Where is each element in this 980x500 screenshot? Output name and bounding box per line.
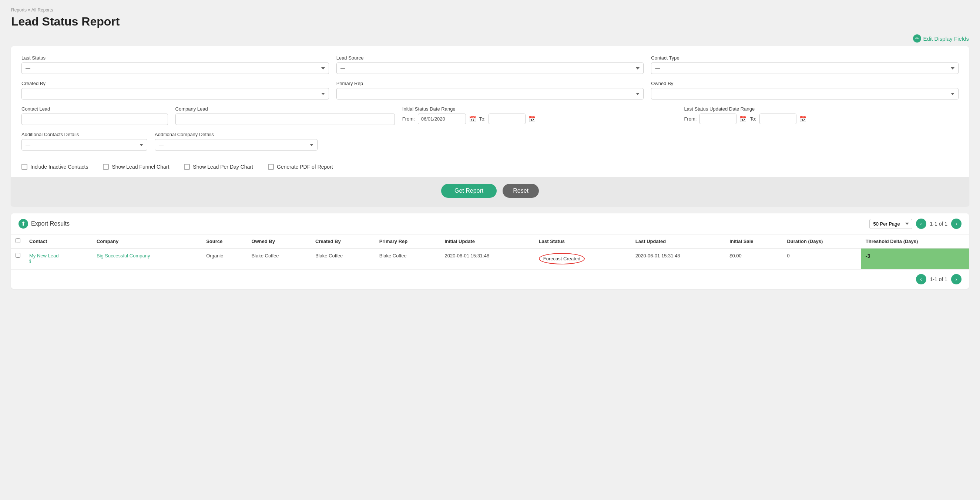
- owned-by-cell: Blake Coffee: [247, 248, 311, 269]
- created-by-header: Created By: [311, 235, 375, 248]
- prev-page-button[interactable]: ‹: [916, 219, 926, 229]
- reset-button[interactable]: Reset: [503, 184, 539, 198]
- table-body: My New Lead ℹ Big Successful Company Org…: [11, 248, 969, 269]
- initial-update-header: Initial Update: [440, 235, 534, 248]
- primary-rep-select[interactable]: —: [336, 88, 644, 100]
- primary-rep-group: Primary Rep —: [336, 81, 644, 100]
- contact-type-group: Contact Type —: [651, 55, 959, 74]
- lead-source-group: Lead Source —: [336, 55, 644, 74]
- company-header: Company: [92, 235, 202, 248]
- primary-rep-header: Primary Rep: [375, 235, 441, 248]
- include-inactive-contacts-checkbox[interactable]: Include Inactive Contacts: [21, 164, 88, 170]
- last-status-group: Last Status —: [21, 55, 329, 74]
- last-status-date-row: From: 📅 To: 📅: [684, 114, 959, 124]
- calendar-icon-2[interactable]: 📅: [528, 115, 536, 122]
- checkbox-box-perday: [184, 164, 190, 170]
- source-header: Source: [202, 235, 247, 248]
- initial-status-from-input[interactable]: [418, 114, 466, 124]
- prev-page-footer-button[interactable]: ‹: [916, 274, 926, 284]
- created-by-select[interactable]: —: [21, 88, 329, 100]
- threshold-delta-cell: -3: [861, 248, 969, 269]
- contact-lead-label: Contact Lead: [21, 106, 168, 112]
- next-page-button[interactable]: ›: [951, 219, 961, 229]
- last-status-from-input[interactable]: [700, 114, 737, 124]
- calendar-icon-1[interactable]: 📅: [469, 115, 476, 122]
- additional-contacts-label: Additional Contacts Details: [21, 132, 147, 137]
- from-label-1: From:: [402, 116, 415, 122]
- last-status-date-label: Last Status Updated Date Range: [684, 106, 959, 112]
- contact-link[interactable]: My New Lead: [29, 253, 88, 259]
- additional-company-label: Additional Company Details: [155, 132, 318, 137]
- edit-display-fields-container: ✏ Edit Display Fields: [11, 34, 969, 43]
- owned-by-group: Owned By —: [651, 81, 959, 100]
- filter-row-1: Last Status — Lead Source — Contact Type…: [21, 55, 959, 74]
- last-updated-header: Last Updated: [631, 235, 725, 248]
- company-lead-group: Company Lead: [175, 106, 395, 125]
- contact-type-select[interactable]: —: [651, 62, 959, 74]
- threshold-delta-header: Threshold Delta (Days): [861, 235, 969, 248]
- select-all-checkbox[interactable]: [16, 238, 21, 243]
- source-cell: Organic: [202, 248, 247, 269]
- to-label-2: To:: [750, 116, 756, 122]
- primary-rep-cell: Blake Coffee: [375, 248, 441, 269]
- pagination-controls: 50 Per Page 25 Per Page 100 Per Page ‹ 1…: [869, 219, 961, 229]
- edit-display-fields-button[interactable]: ✏ Edit Display Fields: [913, 34, 969, 43]
- initial-update-cell: 2020-06-01 15:31:48: [440, 248, 534, 269]
- export-icon: ⬆: [19, 219, 28, 229]
- contact-info-icon[interactable]: ℹ: [29, 259, 31, 264]
- owned-by-label: Owned By: [651, 81, 959, 86]
- initial-status-to-input[interactable]: [488, 114, 525, 124]
- results-footer: ‹ 1-1 of 1 ›: [11, 269, 969, 289]
- created-by-group: Created By —: [21, 81, 329, 100]
- edit-icon: ✏: [913, 34, 921, 43]
- checkbox-row: Include Inactive Contacts Show Lead Funn…: [21, 157, 959, 177]
- page-info: 1-1 of 1: [930, 221, 947, 227]
- last-status-header: Last Status: [535, 235, 631, 248]
- filter-card: Last Status — Lead Source — Contact Type…: [11, 46, 969, 206]
- lead-source-label: Lead Source: [336, 55, 644, 61]
- company-lead-input[interactable]: [175, 114, 395, 125]
- to-label-1: To:: [479, 116, 485, 122]
- next-page-footer-button[interactable]: ›: [951, 274, 961, 284]
- row-checkbox[interactable]: [16, 253, 21, 258]
- generate-pdf-checkbox[interactable]: Generate PDF of Report: [268, 164, 333, 170]
- initial-sale-cell: $0.00: [725, 248, 783, 269]
- primary-rep-label: Primary Rep: [336, 81, 644, 86]
- contact-type-label: Contact Type: [651, 55, 959, 61]
- company-link[interactable]: Big Successful Company: [97, 253, 150, 259]
- checkbox-box-inactive: [21, 164, 27, 170]
- results-header: ⬆ Export Results 50 Per Page 25 Per Page…: [11, 213, 969, 235]
- contact-lead-input[interactable]: [21, 114, 168, 125]
- company-lead-label: Company Lead: [175, 106, 395, 112]
- company-cell: Big Successful Company: [92, 248, 202, 269]
- lead-source-select[interactable]: —: [336, 62, 644, 74]
- created-by-cell: Blake Coffee: [311, 248, 375, 269]
- owned-by-header: Owned By: [247, 235, 311, 248]
- additional-company-select[interactable]: —: [155, 139, 318, 151]
- get-report-button[interactable]: Get Report: [441, 184, 497, 198]
- last-status-select[interactable]: —: [21, 62, 329, 74]
- checkbox-box-funnel: [103, 164, 109, 170]
- calendar-icon-3[interactable]: 📅: [740, 115, 747, 122]
- table-row: My New Lead ℹ Big Successful Company Org…: [11, 248, 969, 269]
- contact-header: Contact: [25, 235, 92, 248]
- show-lead-per-day-chart-checkbox[interactable]: Show Lead Per Day Chart: [184, 164, 253, 170]
- duration-header: Duration (Days): [783, 235, 861, 248]
- initial-status-date-row: From: 📅 To: 📅: [402, 114, 677, 124]
- per-page-select[interactable]: 50 Per Page 25 Per Page 100 Per Page: [869, 219, 912, 229]
- breadcrumb: Reports » All Reports: [11, 7, 969, 13]
- button-row: Get Report Reset: [11, 177, 969, 206]
- export-results-button[interactable]: ⬆ Export Results: [19, 219, 70, 229]
- calendar-icon-4[interactable]: 📅: [799, 115, 807, 122]
- owned-by-select[interactable]: —: [651, 88, 959, 100]
- additional-company-group: Additional Company Details —: [155, 132, 318, 151]
- last-status-date-range-group: Last Status Updated Date Range From: 📅 T…: [684, 106, 959, 125]
- forecast-created-badge: Forecast Created: [539, 253, 585, 264]
- page-title: Lead Status Report: [11, 15, 969, 29]
- show-lead-funnel-chart-checkbox[interactable]: Show Lead Funnel Chart: [103, 164, 169, 170]
- row-checkbox-cell: [11, 248, 25, 269]
- additional-contacts-select[interactable]: —: [21, 139, 147, 151]
- initial-status-date-label: Initial Status Date Range: [402, 106, 677, 112]
- last-status-to-input[interactable]: [759, 114, 796, 124]
- additional-contacts-group: Additional Contacts Details —: [21, 132, 147, 151]
